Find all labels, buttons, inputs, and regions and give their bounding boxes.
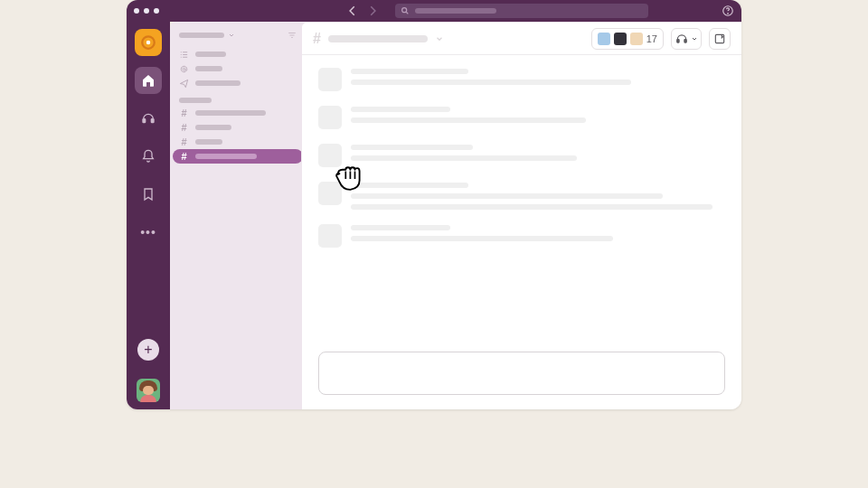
message[interactable] [318, 68, 725, 91]
rail-activity[interactable] [135, 143, 162, 170]
huddle-button[interactable] [671, 28, 702, 50]
channel-item[interactable]: # [170, 135, 306, 149]
message[interactable] [318, 224, 725, 248]
hash-icon: # [179, 152, 189, 162]
message-body [351, 106, 725, 129]
svg-point-4 [146, 41, 151, 45]
svg-point-0 [402, 8, 407, 13]
app-window: ••• + [127, 0, 741, 409]
channel-pane: # 17 [301, 22, 741, 409]
message-text-line [351, 236, 613, 241]
sidebar-nav-item[interactable] [170, 47, 306, 61]
message-body [351, 224, 725, 248]
headphones-icon [675, 33, 688, 45]
message-body [351, 68, 725, 91]
message-text-line [351, 117, 586, 123]
message[interactable] [318, 144, 725, 167]
message-text-line [351, 193, 663, 199]
message-text-line [351, 145, 473, 150]
search-placeholder [415, 8, 496, 14]
channel-title[interactable] [328, 35, 428, 42]
bell-icon [141, 149, 156, 164]
hash-icon: # [313, 31, 321, 47]
sidebar-nav-item[interactable] [170, 76, 306, 90]
svg-rect-5 [143, 119, 146, 123]
workspace-switcher[interactable] [135, 29, 162, 56]
message-text-line [351, 183, 468, 188]
member-avatar [630, 33, 643, 45]
svg-point-2 [728, 14, 729, 14]
workspace-icon [140, 34, 156, 51]
rail-home[interactable] [135, 67, 162, 94]
message-avatar[interactable] [318, 182, 342, 205]
svg-rect-10 [715, 34, 723, 42]
channel-item[interactable]: # [170, 106, 306, 120]
sidebar-section-header[interactable] [170, 90, 306, 106]
user-avatar[interactable] [137, 379, 160, 402]
help-icon[interactable] [722, 5, 734, 17]
channel-header: # 17 [302, 23, 741, 55]
chevron-down-icon [691, 35, 698, 42]
member-avatar [614, 33, 627, 45]
message-list [302, 55, 741, 348]
send-icon [179, 79, 189, 89]
message-avatar[interactable] [318, 106, 342, 129]
forward-icon[interactable] [366, 5, 379, 17]
member-count-button[interactable]: 17 [591, 28, 664, 50]
message-text-line [351, 155, 577, 161]
filter-icon[interactable] [288, 31, 297, 40]
hash-icon: # [179, 123, 189, 133]
message[interactable] [318, 182, 725, 210]
search-icon [401, 6, 410, 15]
search-input[interactable] [395, 4, 648, 18]
message-body [351, 182, 725, 210]
message-body [351, 144, 725, 167]
message-text-line [351, 204, 712, 210]
message[interactable] [318, 106, 725, 129]
sidebar-nav-item[interactable] [170, 61, 306, 76]
channel-item-selected[interactable]: # [173, 149, 303, 164]
message-composer[interactable] [318, 352, 725, 395]
at-icon [179, 64, 189, 74]
rail-more[interactable]: ••• [135, 219, 162, 246]
home-icon [141, 73, 156, 88]
canvas-icon [713, 33, 726, 45]
channel-item[interactable]: # [170, 120, 306, 135]
hash-icon: # [179, 137, 189, 147]
hash-icon: # [179, 108, 189, 118]
compose-button[interactable]: + [137, 339, 159, 361]
workspace-name [179, 33, 224, 38]
svg-rect-6 [151, 119, 154, 123]
message-text-line [351, 107, 450, 112]
bookmark-icon [141, 187, 156, 202]
workspace-header[interactable] [170, 29, 306, 47]
canvas-button[interactable] [709, 28, 731, 50]
message-text-line [351, 225, 450, 230]
message-avatar[interactable] [318, 224, 342, 248]
window-controls[interactable] [134, 8, 159, 14]
message-text-line [351, 80, 631, 85]
chevron-down-icon [228, 32, 235, 39]
chevron-down-icon[interactable] [435, 34, 444, 43]
message-avatar[interactable] [318, 68, 342, 91]
message-avatar[interactable] [318, 144, 342, 167]
sidebar: # # # # [170, 22, 306, 409]
rail-bookmarks[interactable] [135, 181, 162, 208]
svg-rect-9 [684, 39, 686, 42]
member-avatar [598, 33, 610, 45]
titlebar [127, 0, 741, 22]
nav-rail: ••• + [127, 22, 170, 409]
rail-dms[interactable] [135, 105, 162, 132]
svg-rect-8 [677, 39, 679, 42]
headset-icon [141, 111, 156, 126]
member-count: 17 [646, 33, 657, 44]
message-text-line [351, 69, 468, 74]
list-icon [179, 50, 189, 60]
back-icon[interactable] [346, 5, 359, 17]
